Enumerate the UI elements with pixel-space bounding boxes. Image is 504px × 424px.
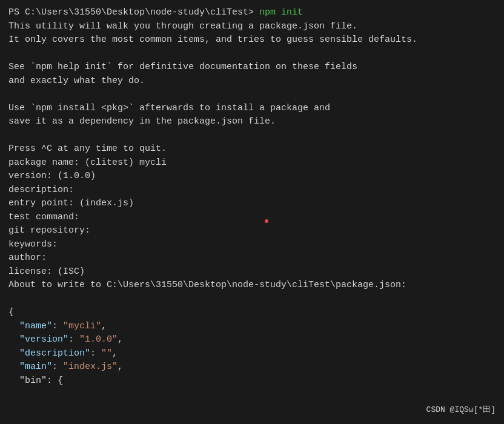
json-line-name: "name": "mycli", [8, 320, 496, 334]
cursor-dot [265, 219, 268, 223]
terminal-line-10: description: [8, 184, 496, 197]
blank-4 [8, 293, 496, 306]
terminal-line-11: entry point: (index.js) [8, 197, 496, 211]
json-line-bin: "bin": { [8, 374, 496, 388]
terminal-line-13: git repository: [8, 224, 496, 238]
terminal-line-1: This utility will walk you through creat… [8, 20, 496, 34]
terminal-line-prompt: PS C:\Users\31550\Desktop\node-study\cli… [8, 6, 496, 20]
json-line-description: "description": "", [8, 347, 496, 361]
terminal-line-15: author: [8, 251, 496, 265]
terminal-line-5: Use `npm install <pkg>` afterwards to in… [8, 102, 496, 116]
terminal-window: PS C:\Users\31550\Desktop\node-study\cli… [0, 0, 504, 424]
terminal-line-12: test command: [8, 211, 496, 225]
command-text: npm init [259, 7, 303, 18]
prompt-text: PS C:\Users\31550\Desktop\node-study\cli… [8, 7, 259, 18]
json-open: { [8, 306, 496, 320]
terminal-line-3: See `npm help init` for definitive docum… [8, 61, 496, 75]
terminal-line-2: It only covers the most common items, an… [8, 33, 496, 47]
watermark: CSDN @IQSω[*田] [426, 404, 496, 416]
terminal-line-16: license: (ISC) [8, 265, 496, 279]
json-line-main: "main": "index.js", [8, 360, 496, 374]
terminal-line-7: Press ^C at any time to quit. [8, 142, 496, 156]
terminal-line-9: version: (1.0.0) [8, 170, 496, 184]
terminal-line-6: save it as a dependency in the package.j… [8, 115, 496, 129]
terminal-line-8: package name: (clitest) mycli [8, 156, 496, 170]
blank-1 [8, 47, 496, 61]
blank-2 [8, 88, 496, 102]
blank-3 [8, 129, 496, 143]
json-line-version: "version": "1.0.0", [8, 333, 496, 347]
terminal-line-14: keywords: [8, 238, 496, 252]
terminal-line-4: and exactly what they do. [8, 75, 496, 88]
terminal-line-17: About to write to C:\Users\31550\Desktop… [8, 279, 496, 293]
